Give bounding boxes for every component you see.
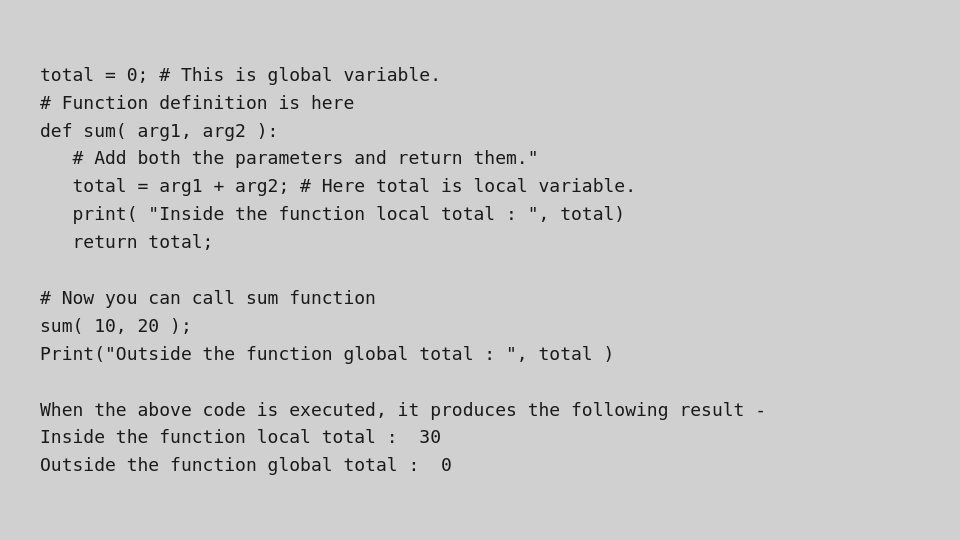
code-block: total = 0; # This is global variable. # … <box>40 61 920 479</box>
code-container: total = 0; # This is global variable. # … <box>0 0 960 540</box>
